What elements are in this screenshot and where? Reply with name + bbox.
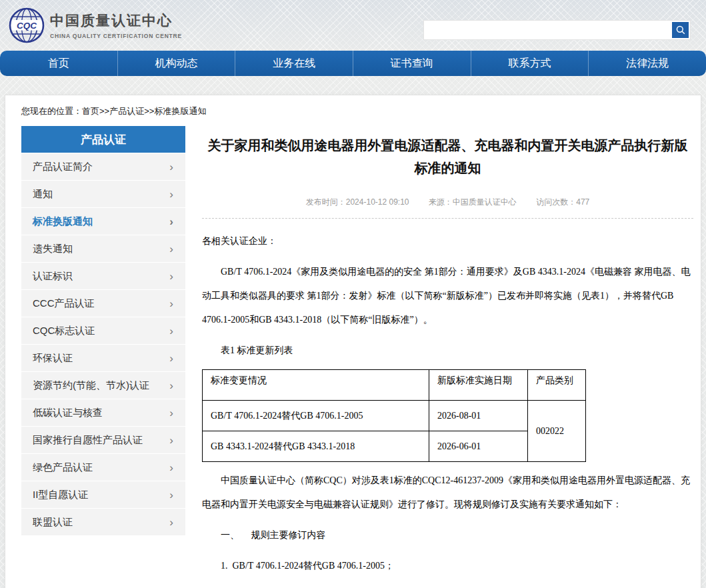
sidebar: 产品认证 产品认证简介 › 通知 › 标准换版通知 › 遗失通知 › 认证标识 …	[21, 126, 185, 535]
article-meta: 发布时间：2024-10-12 09:10 来源：中国质量认证中心 访问次数：4…	[202, 197, 693, 219]
chevron-right-icon: ›	[169, 517, 173, 528]
logo-text: 中国质量认证中心 CHINA QUALITY CERTIFICATION CEN…	[50, 11, 182, 39]
chevron-right-icon: ›	[169, 243, 173, 255]
page: CQC 中国质量认证中心 CHINA QUALITY CERTIFICATION…	[0, 0, 706, 588]
chevron-right-icon: ›	[169, 325, 173, 337]
breadcrumb-link-product-cert[interactable]: 产品认证	[109, 106, 144, 116]
search-button[interactable]	[672, 22, 689, 38]
breadcrumb-link-standard-notice[interactable]: 标准换版通知	[154, 106, 206, 116]
publish-time: 发布时间：2024-10-12 09:10	[306, 197, 409, 207]
site-title: 中国质量认证中心	[50, 11, 182, 30]
sidebar-item-type2-voluntary-cert[interactable]: II型自愿认证 ›	[21, 481, 185, 508]
standards-update-table: 标准变更情况 新版标准实施日期 产品类别 GB/T 4706.1-2024替代G…	[202, 369, 586, 462]
cell-date-1: 2026-08-01	[429, 401, 528, 431]
sidebar-item-alliance-cert[interactable]: 联盟认证 ›	[21, 509, 185, 535]
search-box	[423, 20, 691, 40]
site-subtitle: CHINA QUALITY CERTIFICATION CENTRE	[50, 33, 182, 39]
sidebar-item-cqc-mark-cert[interactable]: CQC标志认证 ›	[21, 317, 185, 344]
revision-paragraph: 中国质量认证中心（简称CQC）对涉及表1标准的CQC12-461237-2009…	[202, 469, 693, 517]
visit-count: 访问次数：477	[536, 197, 589, 207]
intro-paragraph: GB/T 4706.1-2024《家用及类似用途电器的的安全 第1部分：通用要求…	[202, 260, 693, 332]
chevron-right-icon: ›	[169, 189, 173, 200]
sidebar-item-loss-notice[interactable]: 遗失通知 ›	[21, 235, 185, 262]
col-header-date: 新版标准实施日期	[429, 370, 528, 401]
nav-item-contact[interactable]: 联系方式	[471, 51, 589, 76]
sidebar-item-low-carbon-cert[interactable]: 低碳认证与核查 ›	[21, 399, 185, 426]
chevron-right-icon: ›	[169, 216, 173, 227]
page-title: 关于家用和类似用途电器用外置电源适配器、充电器和内置开关电源产品执行新版标准的通…	[202, 95, 693, 179]
breadcrumb-separator: >>	[144, 106, 154, 116]
site-header: CQC 中国质量认证中心 CHINA QUALITY CERTIFICATION…	[0, 0, 706, 51]
nav-item-laws[interactable]: 法律法规	[588, 51, 706, 76]
sidebar-item-green-product-cert[interactable]: 绿色产品认证 ›	[21, 454, 185, 481]
content-panel: 您现在的位置：首页>>产品认证>>标准换版通知 产品认证 产品认证简介 › 通知…	[5, 95, 701, 588]
chevron-right-icon: ›	[169, 489, 173, 501]
cqc-acronym: CQC	[17, 21, 37, 31]
table-row: GB/T 4706.1-2024替代GB 4706.1-2005 2026-08…	[203, 401, 586, 431]
nav-item-news[interactable]: 机构动态	[117, 51, 235, 76]
sidebar-item-ccc-product-cert[interactable]: CCC产品认证 ›	[21, 290, 185, 317]
sidebar-item-cert-mark[interactable]: 认证标识 ›	[21, 263, 185, 289]
chevron-right-icon: ›	[169, 298, 173, 309]
cell-category: 002022	[528, 401, 586, 462]
chevron-right-icon: ›	[169, 407, 173, 419]
revision-item-1: 1. GB/T 4706.1-2024替代GB 4706.1-2005；	[202, 554, 693, 578]
chevron-right-icon: ›	[169, 462, 173, 473]
chevron-right-icon: ›	[169, 380, 173, 391]
breadcrumb-label: 您现在的位置：	[21, 106, 82, 116]
breadcrumb-link-home[interactable]: 首页	[82, 106, 99, 116]
main-nav: 首页 机构动态 业务在线 证书查询 联系方式 法律法规	[0, 51, 706, 76]
chevron-right-icon: ›	[169, 435, 173, 446]
nav-item-home[interactable]: 首页	[0, 51, 117, 76]
section1-heading: 一、 规则主要修订内容	[202, 523, 693, 547]
cell-change-1: GB/T 4706.1-2024替代GB 4706.1-2005	[203, 401, 429, 431]
revision-item-2: 2. GB 4343.1-2024替代GB 4343.1-2018；	[202, 585, 693, 588]
source: 来源：中国质量认证中心	[429, 197, 517, 207]
cqc-globe-icon: CQC	[9, 7, 45, 43]
sidebar-item-product-cert-intro[interactable]: 产品认证简介 ›	[21, 153, 185, 180]
sidebar-item-resource-saving-cert[interactable]: 资源节约(节能、节水)认证 ›	[21, 372, 185, 399]
col-header-change: 标准变更情况	[203, 370, 429, 401]
breadcrumb-separator: >>	[99, 106, 109, 116]
article-body: 各相关认证企业： GB/T 4706.1-2024《家用及类似用途电器的的安全 …	[202, 229, 693, 588]
table-header-row: 标准变更情况 新版标准实施日期 产品类别	[203, 370, 586, 401]
chevron-right-icon: ›	[169, 353, 173, 364]
chevron-right-icon: ›	[169, 271, 173, 282]
salutation: 各相关认证企业：	[202, 229, 693, 253]
col-header-category: 产品类别	[528, 370, 586, 401]
article: 关于家用和类似用途电器用外置电源适配器、充电器和内置开关电源产品执行新版标准的通…	[202, 95, 693, 588]
sidebar-title: 产品认证	[21, 126, 185, 153]
sidebar-item-environment-cert[interactable]: 环保认证 ›	[21, 345, 185, 371]
search-icon	[675, 25, 686, 35]
breadcrumb: 您现在的位置：首页>>产品认证>>标准换版通知	[21, 105, 206, 117]
sidebar-item-notice[interactable]: 通知 ›	[21, 181, 185, 207]
cell-change-2: GB 4343.1-2024替代GB 4343.1-2018	[203, 431, 429, 462]
nav-item-certificate-query[interactable]: 证书查询	[353, 51, 471, 76]
site-logo: CQC 中国质量认证中心 CHINA QUALITY CERTIFICATION…	[9, 7, 182, 43]
sidebar-item-standard-change-notice[interactable]: 标准换版通知 ›	[21, 208, 185, 235]
search-input[interactable]	[424, 21, 671, 39]
cell-date-2: 2026-06-01	[429, 431, 528, 462]
nav-item-online-business[interactable]: 业务在线	[235, 51, 353, 76]
sidebar-item-national-voluntary-cert[interactable]: 国家推行自愿性产品认证 ›	[21, 427, 185, 453]
chevron-right-icon: ›	[169, 161, 173, 173]
table-caption: 表1 标准更新列表	[202, 339, 693, 363]
